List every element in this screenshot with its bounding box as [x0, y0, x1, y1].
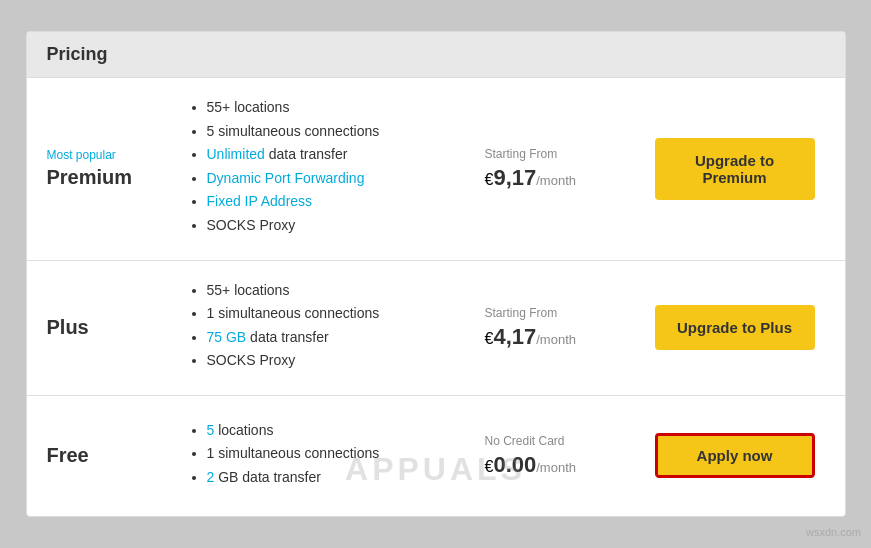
plan-row-free: Free 5 locations 1 simultaneous connecti…: [27, 396, 845, 516]
feature-item: 5 locations: [207, 421, 465, 441]
plan-price-plus: Starting From €4,17/month: [485, 306, 645, 350]
plan-row-plus: Plus 55+ locations 1 simultaneous connec…: [27, 261, 845, 396]
upgrade-premium-button[interactable]: Upgrade to Premium: [655, 138, 815, 200]
price-display-plus: €4,17/month: [485, 324, 645, 350]
per-month-free: /month: [536, 460, 576, 475]
pricing-header: Pricing: [27, 32, 845, 78]
pricing-title: Pricing: [47, 44, 825, 65]
feature-item: Unlimited data transfer: [207, 145, 465, 165]
plan-action-free: Apply now: [645, 433, 825, 478]
feature-item: Fixed IP Address: [207, 192, 465, 212]
feature-item: 5 simultaneous connections: [207, 122, 465, 142]
feature-item: 55+ locations: [207, 98, 465, 118]
plan-action-plus: Upgrade to Plus: [645, 305, 825, 350]
feature-item: 55+ locations: [207, 281, 465, 301]
per-month: /month: [536, 173, 576, 188]
fixed-ip-link[interactable]: Fixed IP Address: [207, 193, 313, 209]
plan-name-premium: Premium: [47, 166, 167, 189]
price-value: 9,17: [493, 165, 536, 190]
pricing-container: Pricing Most popular Premium 55+ locatio…: [26, 31, 846, 517]
plan-features-plus: 55+ locations 1 simultaneous connections…: [167, 281, 485, 375]
plan-name-free: Free: [47, 444, 167, 467]
feature-item: 2 GB data transfer: [207, 468, 465, 488]
starting-from-label-plus: Starting From: [485, 306, 645, 320]
no-credit-label: No Credit Card: [485, 434, 645, 448]
upgrade-plus-button[interactable]: Upgrade to Plus: [655, 305, 815, 350]
plan-action-premium: Upgrade to Premium: [645, 138, 825, 200]
feature-item: 75 GB data transfer: [207, 328, 465, 348]
plan-name-col-premium: Most popular Premium: [47, 148, 167, 189]
75gb-link[interactable]: 75 GB: [207, 329, 247, 345]
price-value-free: 0.00: [493, 452, 536, 477]
price-value-plus: 4,17: [493, 324, 536, 349]
starting-from-label: Starting From: [485, 147, 645, 161]
feature-item: SOCKS Proxy: [207, 216, 465, 236]
feature-item: Dynamic Port Forwarding: [207, 169, 465, 189]
plan-features-premium: 55+ locations 5 simultaneous connections…: [167, 98, 485, 240]
plan-name-plus: Plus: [47, 316, 167, 339]
apply-now-button[interactable]: Apply now: [655, 433, 815, 478]
unlimited-link[interactable]: Unlimited: [207, 146, 265, 162]
plan-price-premium: Starting From €9,17/month: [485, 147, 645, 191]
price-display: €9,17/month: [485, 165, 645, 191]
plan-price-free: No Credit Card €0.00/month: [485, 434, 645, 478]
feature-item: 1 simultaneous connections: [207, 304, 465, 324]
wsxdn-label: wsxdn.com: [806, 526, 861, 538]
plan-name-col-plus: Plus: [47, 316, 167, 339]
per-month-plus: /month: [536, 332, 576, 347]
price-display-free: €0.00/month: [485, 452, 645, 478]
most-popular-label: Most popular: [47, 148, 167, 162]
plan-row-premium: Most popular Premium 55+ locations 5 sim…: [27, 78, 845, 261]
dynamic-port-link[interactable]: Dynamic Port Forwarding: [207, 170, 365, 186]
plan-name-col-free: Free: [47, 444, 167, 467]
feature-item: 1 simultaneous connections: [207, 444, 465, 464]
feature-item: SOCKS Proxy: [207, 351, 465, 371]
plan-features-free: 5 locations 1 simultaneous connections 2…: [167, 421, 485, 492]
